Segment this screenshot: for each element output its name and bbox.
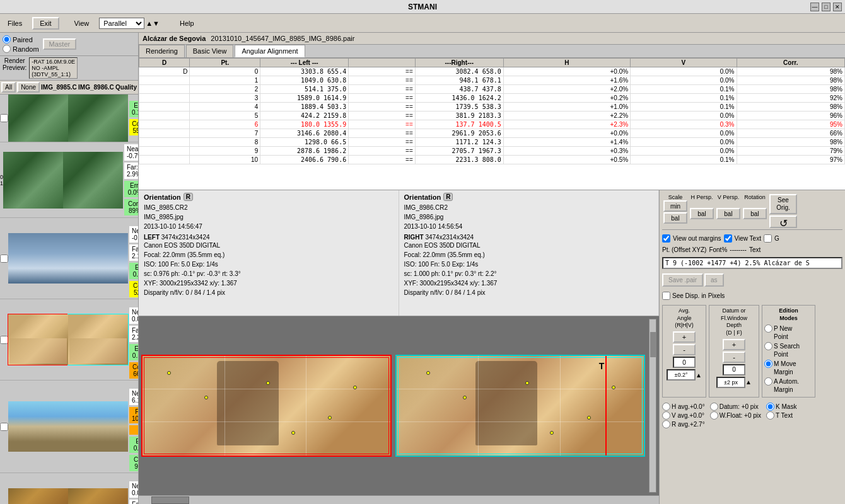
h-avg-radio[interactable] (662, 403, 670, 411)
refresh-button[interactable]: ↺ (769, 215, 797, 228)
table-row[interactable]: 8 1298.0 66.5 == 1171.2 124.3 +1.4% 0.0%… (139, 138, 845, 147)
orient-right-side: RIGHT (404, 234, 424, 241)
thumb-right-2[interactable] (68, 233, 128, 284)
g-checkbox[interactable] (764, 234, 772, 243)
row-checkbox-4[interactable] (0, 423, 8, 431)
see-orig-button[interactable]: See Orig. (769, 194, 797, 214)
restore-button[interactable]: □ (822, 3, 830, 11)
avg-minus-button[interactable]: - (673, 344, 696, 355)
v-avg-radio[interactable] (662, 411, 670, 420)
none-button[interactable]: None (17, 82, 40, 93)
row-checkbox-wrap-2 (0, 255, 8, 263)
tab-basic-view[interactable]: Basic View (186, 45, 234, 57)
random-radio[interactable] (3, 45, 11, 53)
thumb-left-1[interactable] (8, 94, 68, 142)
avg-zero-input[interactable] (673, 357, 696, 368)
view-out-margins-checkbox[interactable] (662, 234, 670, 243)
close-button[interactable]: ✕ (833, 3, 842, 11)
files-menu[interactable]: Files (3, 18, 27, 28)
hpersp-bal-button[interactable]: bal (690, 208, 714, 219)
exit-button[interactable]: Exit (32, 17, 59, 30)
table-row[interactable]: 4 1889.4 503.3 == 1739.5 538.3 +1.0% 0.1… (139, 103, 845, 112)
cell-left: 424.2 2159.8 (260, 112, 349, 120)
table-row[interactable]: 10 2406.6 790.6 == 2231.3 808.0 +0.5% 0.… (139, 156, 845, 164)
h-scrollbar-thumb[interactable] (151, 496, 189, 504)
scale-min-button[interactable]: min (663, 200, 687, 212)
scale-bal-button[interactable]: bal (663, 212, 687, 224)
table-row[interactable]: 3 1589.0 1614.9 == 1436.0 1624.2 +0.2% 0… (139, 94, 845, 103)
thumb-pair-4[interactable] (8, 401, 128, 452)
table-row[interactable]: D 0 3303.8 655.4 == 3082.4 658.0 +0.0% 0… (139, 67, 845, 76)
t-text-radio[interactable] (766, 411, 774, 420)
datum-values-col: Datum: +0 pix W.Float: +0 pix (710, 403, 761, 428)
avg-pm-input[interactable] (667, 369, 696, 381)
table-row[interactable]: 2 514.1 375.0 == 438.7 437.8 +2.0% 0.1% … (139, 85, 845, 94)
table-row[interactable]: 6 180.0 1355.9 == 137.7 1400.5 +2.3% 0.3… (139, 120, 845, 129)
master-button[interactable]: Master (43, 38, 77, 50)
left-preview-image[interactable] (141, 355, 392, 457)
thumb-right-1b[interactable] (63, 152, 123, 209)
cell-corr: 98% (737, 76, 845, 85)
cell-pt: 5 (190, 112, 260, 120)
search-point-radio[interactable] (764, 342, 772, 350)
save-pair-button[interactable]: Save .pair (662, 273, 703, 287)
thumb-left-1b[interactable] (3, 152, 63, 209)
new-point-radio[interactable] (764, 324, 772, 333)
view-select[interactable]: Parallel Anaglyph Single (99, 18, 144, 29)
r-avg-radio[interactable] (662, 420, 670, 428)
thumb-pair-5[interactable] (8, 488, 128, 504)
thumb-right-3-active[interactable] (68, 314, 128, 365)
move-margin-radio[interactable] (764, 360, 772, 368)
thumb-pair-1b[interactable] (3, 152, 123, 209)
avg-plus-button[interactable]: + (673, 331, 696, 343)
see-orig-group: See Orig. ↺ (769, 194, 797, 228)
thumb-pair-2[interactable] (8, 233, 128, 284)
table-row[interactable]: 7 3146.6 2080.4 == 2961.9 2053.6 +0.0% 0… (139, 129, 845, 138)
minimize-button[interactable]: — (810, 3, 819, 11)
table-row[interactable]: 9 2878.6 1986.2 == 2705.7 1967.3 +0.3% 0… (139, 147, 845, 156)
help-menu[interactable]: Help (175, 18, 199, 28)
thumb-right-1[interactable] (68, 94, 128, 142)
datum-plus-button[interactable]: + (723, 339, 745, 350)
tab-angular-alignment[interactable]: Angular Alignment (235, 45, 305, 57)
right-preview-image[interactable]: T (395, 355, 646, 457)
save-pair-as-button[interactable]: as (704, 273, 724, 287)
horizontal-scrollbar[interactable] (139, 495, 659, 504)
datum-minus-button[interactable]: - (723, 352, 745, 363)
datum-pm-input[interactable] (716, 377, 745, 388)
vpersp-bal-button[interactable]: bal (716, 208, 740, 219)
cell-right: 948.1 678.1 (415, 76, 503, 85)
autom-margin-radio[interactable] (764, 377, 772, 386)
thumb-right-4[interactable] (68, 401, 128, 452)
wfloat-val-radio[interactable] (710, 411, 718, 420)
rotation-bal-button[interactable]: bal (743, 208, 767, 219)
thumb-left-5[interactable] (8, 488, 68, 504)
see-disp-checkbox[interactable] (662, 292, 670, 300)
orient-right-xyf: XYF: 3000x2195x3424 x/y: 1.367 (404, 278, 654, 288)
paired-radio[interactable] (3, 35, 11, 43)
thumb-right-5[interactable] (68, 488, 128, 504)
row-checkbox[interactable] (0, 114, 8, 122)
thumb-pair-3[interactable] (8, 314, 128, 365)
k-mask-radio[interactable] (766, 403, 774, 411)
near-badge-3: Near: 0.0% (129, 307, 138, 324)
col-left: --- Left --- (260, 59, 349, 67)
thumb-left-3-active[interactable] (8, 314, 68, 365)
row-checkbox-2[interactable] (0, 255, 8, 263)
datum-val-radio[interactable] (710, 403, 718, 411)
table-row[interactable]: 5 424.2 2159.8 == 381.9 2183.3 +2.2% 0.0… (139, 112, 845, 120)
thumb-left-4[interactable] (8, 401, 68, 452)
thumb-left-2[interactable] (8, 233, 68, 284)
table-row[interactable]: 1 1049.0 630.8 == 948.1 678.1 +1.6% 0.0%… (139, 76, 845, 85)
tab-rendering[interactable]: Rendering (139, 45, 185, 57)
row-checkbox-3[interactable] (0, 336, 8, 344)
all-button[interactable]: All (1, 82, 16, 93)
hpersp-label: H Persp. (691, 194, 713, 200)
view-text-checkbox[interactable] (724, 234, 732, 243)
cell-left: 180.0 1355.9 (260, 120, 349, 129)
preview-scrollbar[interactable] (649, 319, 656, 493)
thumb-pair-1[interactable] (8, 94, 128, 142)
datum-zero-input[interactable] (723, 364, 745, 375)
move-margin-label: M Move Margin (774, 360, 796, 376)
scrollbar-thumb[interactable] (650, 332, 656, 357)
